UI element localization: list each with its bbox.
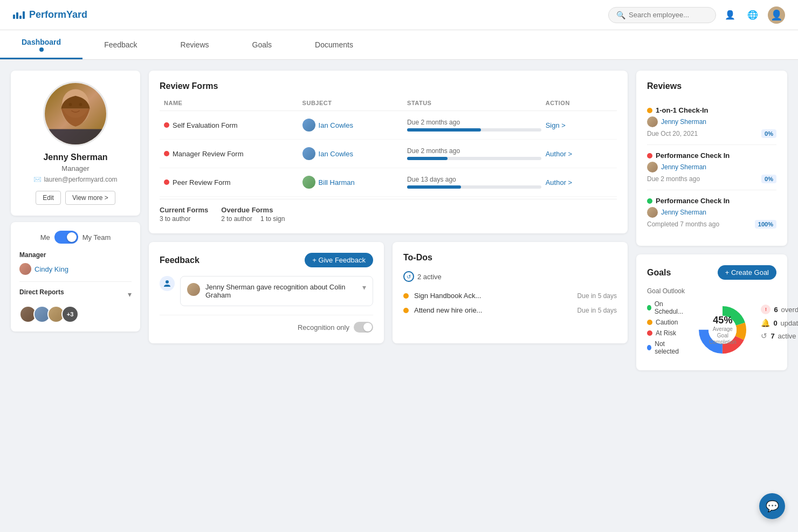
todos-title: To-Dos bbox=[403, 253, 617, 262]
review-person-link-1[interactable]: Jenny Sherman bbox=[661, 118, 706, 126]
logo-bar-4 bbox=[23, 11, 25, 19]
overdue-forms-sign: 1 to sign bbox=[260, 215, 285, 223]
nav-reviews[interactable]: Reviews bbox=[159, 33, 231, 57]
my-team-label: My Team bbox=[82, 233, 111, 241]
review-status-row-3: Performance Check In bbox=[647, 197, 776, 205]
profile-title: Manager bbox=[22, 164, 129, 172]
me-label: Me bbox=[40, 233, 50, 241]
search-input[interactable] bbox=[629, 11, 708, 19]
review-person-link-2[interactable]: Jenny Sherman bbox=[661, 163, 706, 171]
globe-icon[interactable]: 🌐 bbox=[745, 8, 760, 23]
review-meta-row-3: Completed 7 months ago 100% bbox=[647, 220, 776, 229]
legend-label-1: Caution bbox=[656, 319, 678, 326]
overdue-label: overdue bbox=[781, 306, 798, 314]
goal-legend: On Schedul... Caution At Risk Not select… bbox=[647, 300, 684, 360]
legend-label-0: On Schedul... bbox=[655, 300, 685, 315]
goals-header: Goals + Create Goal bbox=[647, 265, 776, 280]
legend-on-schedule: On Schedul... bbox=[647, 300, 684, 315]
review-due-1: Due Oct 20, 2021 bbox=[647, 130, 698, 137]
donut-chart: 45% Average GoalCompletion bbox=[693, 300, 752, 360]
chevron-down-icon[interactable]: ▾ bbox=[128, 290, 132, 299]
left-panel: Jenny Sherman Manager ✉️ lauren@performy… bbox=[11, 71, 140, 370]
logo-bar-2 bbox=[16, 12, 18, 19]
review-status-row-1: 1-on-1 Check-In bbox=[647, 106, 776, 114]
review-forms-card: Review Forms Name Subject Status Action … bbox=[149, 71, 628, 233]
goal-stat-updates: 🔔 0 updates bbox=[761, 319, 798, 327]
give-feedback-button[interactable]: + Give Feedback bbox=[305, 253, 373, 267]
todos-list: Sign Handbook Ack... Due in 5 days Atten… bbox=[403, 288, 617, 317]
team-divider bbox=[19, 281, 132, 282]
nav-goals[interactable]: Goals bbox=[231, 33, 294, 57]
feedback-item[interactable]: Jenny Sherman gave recognition about Col… bbox=[180, 276, 373, 306]
overdue-forms-author: 2 to author bbox=[221, 215, 252, 223]
progress-bar-2 bbox=[407, 157, 541, 160]
updates-label: updates bbox=[781, 319, 798, 327]
goal-outlook-section: On Schedul... Caution At Risk Not select… bbox=[647, 300, 776, 360]
form-name-3: Peer Review Form bbox=[164, 178, 298, 186]
logo[interactable]: PerformYard bbox=[13, 9, 87, 20]
view-more-button[interactable]: View more > bbox=[65, 191, 115, 205]
toggle-off-knob bbox=[363, 323, 372, 331]
nav-documents[interactable]: Documents bbox=[293, 33, 375, 57]
current-forms-section: Current Forms 3 to author bbox=[160, 206, 208, 223]
feedback-todos-row: Feedback + Give Feedback Jenny Sherman g… bbox=[149, 242, 628, 343]
active-goals-icon: ↺ bbox=[761, 331, 767, 340]
legend-label-3: Not selected bbox=[655, 340, 684, 355]
header-icons: 👤 🌐 👤 bbox=[723, 6, 785, 24]
overdue-dot-3 bbox=[164, 179, 169, 185]
updates-count: 0 bbox=[773, 319, 777, 327]
goal-stat-overdue: ! 6 overdue bbox=[761, 305, 798, 314]
nav-dashboard[interactable]: Dashboard bbox=[0, 30, 82, 59]
dr-avatar-count[interactable]: +3 bbox=[61, 306, 79, 323]
review-title-3: Performance Check In bbox=[656, 197, 730, 205]
review-person-link-3[interactable]: Jenny Sherman bbox=[661, 209, 706, 216]
expand-icon[interactable]: ▾ bbox=[362, 283, 366, 292]
table-row: Manager Review Form Ian Cowles Due 2 mon… bbox=[160, 140, 617, 168]
goal-outlook-label: Goal Outlook bbox=[647, 287, 776, 295]
legend-dot-green bbox=[647, 305, 651, 310]
table-row: Peer Review Form Bill Harman Due 13 days… bbox=[160, 168, 617, 197]
col-status: Status bbox=[407, 100, 541, 106]
action-btn-3[interactable]: Author > bbox=[546, 178, 613, 186]
subject-avatar-2 bbox=[302, 147, 315, 160]
review-forms-table-header: Name Subject Status Action bbox=[160, 100, 617, 111]
action-btn-1[interactable]: Sign > bbox=[546, 121, 613, 129]
create-goal-button[interactable]: + Create Goal bbox=[718, 265, 776, 280]
review-meta-row-1: Due Oct 20, 2021 0% bbox=[647, 129, 776, 138]
recognition-toggle[interactable] bbox=[354, 322, 373, 333]
status-text-1: Due 2 months ago bbox=[407, 119, 541, 126]
todo-dot-2 bbox=[403, 308, 409, 313]
profile-name: Jenny Sherman bbox=[22, 153, 129, 162]
user-avatar[interactable]: 👤 bbox=[768, 6, 785, 24]
status-cell-2: Due 2 months ago bbox=[407, 147, 541, 160]
donut-label: Average GoalCompletion bbox=[708, 326, 738, 346]
status-cell-1: Due 2 months ago bbox=[407, 119, 541, 132]
todo-due-1: Due in 5 days bbox=[577, 292, 617, 300]
direct-reports-header: Direct Reports ▾ bbox=[19, 288, 132, 300]
me-team-toggle[interactable] bbox=[54, 231, 78, 244]
donut-pct: 45% bbox=[708, 315, 738, 326]
people-icon[interactable]: 👤 bbox=[723, 8, 738, 23]
manager-link[interactable]: Cindy King bbox=[19, 263, 132, 275]
person-svg bbox=[163, 280, 171, 287]
review-pct-1: 0% bbox=[761, 129, 776, 138]
active-label: active bbox=[778, 332, 796, 340]
subject-link-3[interactable]: Bill Harman bbox=[319, 178, 355, 186]
action-btn-2[interactable]: Author > bbox=[546, 150, 613, 158]
subject-cell-1: Ian Cowles bbox=[302, 119, 403, 132]
edit-button[interactable]: Edit bbox=[36, 191, 61, 205]
review-item-1: 1-on-1 Check-In Jenny Sherman Due Oct 20… bbox=[647, 100, 776, 145]
search-box[interactable]: 🔍 bbox=[608, 7, 716, 23]
svg-point-5 bbox=[166, 280, 169, 284]
right-panel: Reviews 1-on-1 Check-In Jenny Sherman Du… bbox=[636, 71, 787, 370]
feedback-item-row: Jenny Sherman gave recognition about Col… bbox=[160, 276, 373, 306]
feedback-card: Feedback + Give Feedback Jenny Sherman g… bbox=[149, 242, 384, 343]
review-meta-row-2: Due 2 months ago 0% bbox=[647, 175, 776, 183]
nav-feedback[interactable]: Feedback bbox=[82, 33, 159, 57]
subject-link-2[interactable]: Ian Cowles bbox=[319, 150, 353, 158]
subject-link-1[interactable]: Ian Cowles bbox=[319, 121, 353, 129]
legend-dot-blue bbox=[647, 345, 651, 350]
main-content: Jenny Sherman Manager ✉️ lauren@performy… bbox=[0, 60, 798, 381]
feedback-header: Feedback + Give Feedback bbox=[160, 253, 373, 267]
center-panel: Review Forms Name Subject Status Action … bbox=[149, 71, 628, 370]
